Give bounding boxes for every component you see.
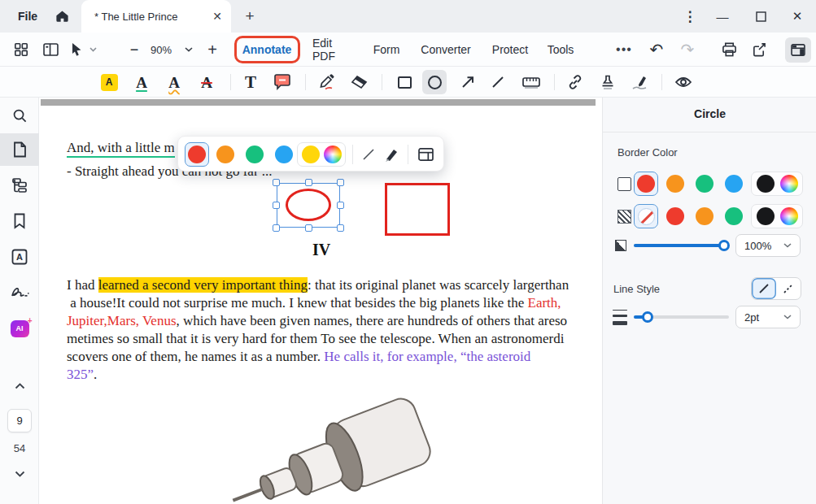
tab-edit-pdf[interactable]: Edit PDF [308, 33, 358, 67]
fill-color-none-selected[interactable] [634, 204, 658, 228]
panel-view-button[interactable] [785, 33, 811, 67]
file-menu[interactable]: File [11, 0, 44, 33]
line-style-dashed[interactable] [776, 278, 801, 299]
more-tabs-ellipsis[interactable]: ••• [612, 33, 636, 67]
resize-handle[interactable] [337, 202, 344, 209]
link-tool[interactable] [563, 70, 587, 94]
opacity-slider-knob[interactable] [718, 240, 730, 251]
pencil-tool[interactable] [314, 70, 338, 94]
resize-handle[interactable] [337, 179, 344, 186]
popup-open-panel-button[interactable] [414, 144, 437, 165]
tab-form[interactable]: Form [368, 33, 405, 67]
tab-annotate[interactable]: Annotate [241, 33, 293, 67]
resize-handle[interactable] [305, 179, 312, 186]
sidebar-bookmarks-button[interactable] [0, 205, 39, 237]
popup-color-blue[interactable] [275, 146, 293, 163]
home-button[interactable] [50, 7, 73, 26]
popup-color-green[interactable] [246, 146, 264, 163]
text-tool[interactable]: T [238, 70, 263, 94]
fill-color-red[interactable] [666, 207, 684, 225]
border-color-blue[interactable] [725, 175, 743, 193]
resize-handle[interactable] [337, 224, 344, 232]
highlight-tool[interactable]: A [97, 70, 121, 94]
resize-handle[interactable] [305, 224, 312, 232]
stamp-tool[interactable] [596, 70, 620, 94]
border-color-picker-wheel[interactable] [780, 175, 798, 193]
line-width-value: 2pt [744, 311, 759, 324]
opacity-select[interactable]: 100% [735, 234, 801, 257]
comment-tool[interactable] [270, 70, 295, 94]
line-style-solid-selected[interactable] [752, 278, 776, 299]
line-width-select[interactable]: 2pt [735, 306, 801, 328]
minimize-button[interactable]: — [706, 0, 739, 33]
previous-page-button[interactable] [0, 376, 39, 397]
next-page-button[interactable] [0, 463, 39, 484]
fill-pattern-button[interactable] [612, 204, 636, 228]
undo-button[interactable]: ↶ [645, 33, 668, 67]
border-color-black[interactable] [757, 175, 775, 193]
popup-color-red-selected[interactable] [185, 142, 209, 167]
resize-handle[interactable] [273, 202, 280, 209]
zoom-level-value[interactable]: 90% [146, 33, 176, 67]
color-picker-wheel[interactable] [324, 146, 342, 163]
document-canvas[interactable]: And, with a little m - Straight ahead yo… [39, 98, 602, 504]
select-tool-button[interactable] [67, 33, 86, 67]
share-button[interactable] [748, 33, 770, 67]
popup-color-orange[interactable] [216, 146, 234, 163]
zoom-in-button[interactable]: + [202, 33, 223, 67]
sidebar-outline-button[interactable] [0, 169, 39, 202]
document-tab[interactable]: * The Little Prince ✕ [81, 0, 231, 33]
arrow-tool[interactable] [456, 70, 480, 94]
circle-tool-selected[interactable] [422, 70, 447, 94]
border-color-none[interactable] [612, 172, 636, 196]
resize-handle[interactable] [273, 179, 280, 186]
app-grid-button[interactable] [10, 33, 33, 67]
sidebar-thumbnails-button[interactable] [0, 133, 39, 166]
line-tool[interactable] [486, 70, 510, 94]
select-tool-dropdown[interactable] [86, 33, 99, 67]
border-color-red-selected[interactable] [634, 172, 658, 196]
current-page-input[interactable]: 9 [7, 409, 32, 432]
signature-tool[interactable] [628, 70, 652, 94]
measure-tool[interactable] [519, 70, 543, 94]
new-tab-button[interactable]: + [239, 6, 260, 27]
fill-color-orange[interactable] [696, 207, 713, 225]
sidebar-signature-button[interactable] [0, 276, 39, 309]
zoom-out-button[interactable]: − [124, 33, 145, 67]
zoom-dropdown[interactable] [181, 33, 197, 67]
ellipse-annotation[interactable] [286, 189, 331, 221]
fill-color-green[interactable] [725, 207, 743, 225]
border-color-green[interactable] [696, 175, 713, 193]
sidebar-annotations-button[interactable]: A [0, 241, 39, 273]
sidebar-search-button[interactable] [0, 99, 39, 132]
sidebar-ai-button[interactable]: AI+ [0, 312, 39, 345]
rectangle-annotation[interactable] [385, 183, 450, 236]
tab-tools[interactable]: Tools [542, 33, 579, 67]
show-hide-annotations-tool[interactable] [671, 70, 696, 94]
line-width-slider-knob[interactable] [642, 311, 653, 323]
border-color-orange[interactable] [666, 175, 684, 193]
popup-thin-line-button[interactable] [358, 144, 379, 165]
panel-right-icon [791, 44, 805, 56]
maximize-button[interactable] [744, 0, 777, 33]
fill-color-black[interactable] [757, 207, 775, 225]
squiggly-tool[interactable]: A [162, 70, 186, 94]
popup-pen-style-button[interactable] [381, 144, 402, 165]
rectangle-tool[interactable] [392, 70, 417, 94]
panel-layout-button[interactable] [39, 33, 62, 67]
tab-close-icon[interactable]: ✕ [207, 6, 228, 27]
close-button[interactable]: ✕ [781, 0, 814, 33]
tab-converter[interactable]: Converter [417, 33, 475, 67]
eraser-tool[interactable] [347, 70, 371, 94]
tab-protect[interactable]: Protect [487, 33, 534, 67]
underline-tool[interactable]: A [129, 70, 154, 94]
cursor-icon [70, 42, 83, 57]
resize-handle[interactable] [273, 224, 280, 232]
redo-button[interactable]: ↷ [676, 33, 699, 67]
print-button[interactable] [718, 33, 740, 67]
ellipse-annotation-selection[interactable] [277, 183, 340, 228]
strikethrough-tool[interactable]: A [194, 70, 219, 94]
fill-color-picker-wheel[interactable] [780, 207, 798, 225]
more-menu-kebab-icon[interactable]: ⋮ [674, 0, 706, 33]
popup-color-yellow[interactable] [302, 146, 320, 163]
